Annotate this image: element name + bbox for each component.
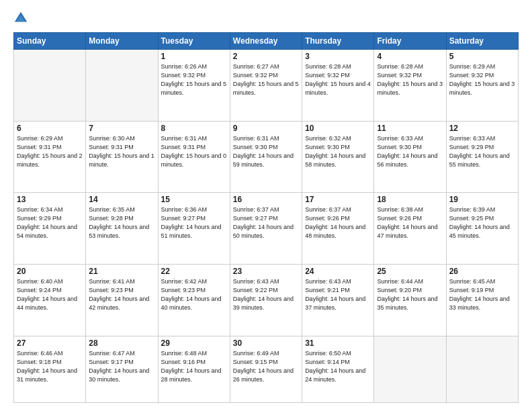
day-info: Sunrise: 6:40 AM Sunset: 9:24 PM Dayligh… xyxy=(17,277,83,312)
day-info: Sunrise: 6:26 AM Sunset: 9:32 PM Dayligh… xyxy=(161,62,227,97)
day-info: Sunrise: 6:43 AM Sunset: 9:22 PM Dayligh… xyxy=(233,277,299,312)
day-info: Sunrise: 6:31 AM Sunset: 9:30 PM Dayligh… xyxy=(233,134,299,169)
calendar-cell: 15Sunrise: 6:36 AM Sunset: 9:27 PM Dayli… xyxy=(158,193,230,265)
day-number: 6 xyxy=(17,124,83,133)
day-info: Sunrise: 6:34 AM Sunset: 9:29 PM Dayligh… xyxy=(17,205,83,240)
day-number: 2 xyxy=(233,52,299,61)
weekday-header-saturday: Saturday xyxy=(446,33,518,50)
day-info: Sunrise: 6:43 AM Sunset: 9:21 PM Dayligh… xyxy=(305,277,371,312)
day-info: Sunrise: 6:42 AM Sunset: 9:23 PM Dayligh… xyxy=(161,277,227,312)
calendar-cell: 7Sunrise: 6:30 AM Sunset: 9:31 PM Daylig… xyxy=(86,121,158,193)
calendar-cell: 5Sunrise: 6:29 AM Sunset: 9:32 PM Daylig… xyxy=(446,50,518,122)
day-info: Sunrise: 6:35 AM Sunset: 9:28 PM Dayligh… xyxy=(89,205,154,240)
day-info: Sunrise: 6:49 AM Sunset: 9:15 PM Dayligh… xyxy=(233,349,299,384)
calendar-cell: 13Sunrise: 6:34 AM Sunset: 9:29 PM Dayli… xyxy=(14,193,86,265)
calendar-cell: 29Sunrise: 6:48 AM Sunset: 9:16 PM Dayli… xyxy=(158,336,230,402)
day-number: 25 xyxy=(377,267,443,276)
day-info: Sunrise: 6:36 AM Sunset: 9:27 PM Dayligh… xyxy=(161,205,227,240)
day-number: 12 xyxy=(449,124,515,133)
day-info: Sunrise: 6:48 AM Sunset: 9:16 PM Dayligh… xyxy=(161,349,227,384)
calendar-cell xyxy=(86,50,158,122)
calendar-cell: 6Sunrise: 6:29 AM Sunset: 9:31 PM Daylig… xyxy=(14,121,86,193)
calendar-cell: 27Sunrise: 6:46 AM Sunset: 9:18 PM Dayli… xyxy=(14,336,86,402)
day-number: 5 xyxy=(449,52,515,61)
calendar-week-row: 1Sunrise: 6:26 AM Sunset: 9:32 PM Daylig… xyxy=(14,50,519,122)
day-number: 10 xyxy=(305,124,371,133)
day-info: Sunrise: 6:28 AM Sunset: 9:32 PM Dayligh… xyxy=(377,62,443,97)
day-info: Sunrise: 6:37 AM Sunset: 9:26 PM Dayligh… xyxy=(305,205,371,240)
day-info: Sunrise: 6:27 AM Sunset: 9:32 PM Dayligh… xyxy=(233,62,299,97)
calendar-cell: 30Sunrise: 6:49 AM Sunset: 9:15 PM Dayli… xyxy=(230,336,302,402)
calendar-cell xyxy=(446,336,518,402)
day-number: 3 xyxy=(305,52,371,61)
day-number: 15 xyxy=(161,195,227,204)
calendar-cell: 12Sunrise: 6:33 AM Sunset: 9:29 PM Dayli… xyxy=(446,121,518,193)
day-info: Sunrise: 6:31 AM Sunset: 9:31 PM Dayligh… xyxy=(161,134,227,169)
day-number: 20 xyxy=(17,267,83,276)
page: SundayMondayTuesdayWednesdayThursdayFrid… xyxy=(0,0,532,411)
calendar-cell: 31Sunrise: 6:50 AM Sunset: 9:14 PM Dayli… xyxy=(302,336,374,402)
calendar-cell xyxy=(374,336,446,402)
day-number: 14 xyxy=(89,195,154,204)
day-number: 24 xyxy=(305,267,371,276)
day-number: 4 xyxy=(377,52,443,61)
day-info: Sunrise: 6:33 AM Sunset: 9:30 PM Dayligh… xyxy=(377,134,443,169)
calendar-cell: 28Sunrise: 6:47 AM Sunset: 9:17 PM Dayli… xyxy=(86,336,158,402)
calendar-cell: 20Sunrise: 6:40 AM Sunset: 9:24 PM Dayli… xyxy=(14,264,86,336)
calendar-cell: 3Sunrise: 6:28 AM Sunset: 9:32 PM Daylig… xyxy=(302,50,374,122)
day-number: 31 xyxy=(305,338,371,348)
day-info: Sunrise: 6:39 AM Sunset: 9:25 PM Dayligh… xyxy=(449,205,515,240)
day-number: 13 xyxy=(17,195,83,204)
calendar-cell: 19Sunrise: 6:39 AM Sunset: 9:25 PM Dayli… xyxy=(446,193,518,265)
day-number: 18 xyxy=(377,195,443,204)
day-number: 28 xyxy=(89,338,154,348)
day-info: Sunrise: 6:45 AM Sunset: 9:19 PM Dayligh… xyxy=(449,277,515,312)
calendar-cell: 18Sunrise: 6:38 AM Sunset: 9:26 PM Dayli… xyxy=(374,193,446,265)
calendar-cell: 22Sunrise: 6:42 AM Sunset: 9:23 PM Dayli… xyxy=(158,264,230,336)
day-info: Sunrise: 6:37 AM Sunset: 9:27 PM Dayligh… xyxy=(233,205,299,240)
day-number: 7 xyxy=(89,124,154,133)
day-number: 19 xyxy=(449,195,515,204)
day-number: 22 xyxy=(161,267,227,276)
day-number: 11 xyxy=(377,124,443,133)
day-number: 1 xyxy=(161,52,227,61)
calendar-week-row: 13Sunrise: 6:34 AM Sunset: 9:29 PM Dayli… xyxy=(14,193,519,265)
day-info: Sunrise: 6:47 AM Sunset: 9:17 PM Dayligh… xyxy=(89,349,154,384)
day-info: Sunrise: 6:32 AM Sunset: 9:30 PM Dayligh… xyxy=(305,134,371,169)
calendar-cell: 23Sunrise: 6:43 AM Sunset: 9:22 PM Dayli… xyxy=(230,264,302,336)
day-info: Sunrise: 6:33 AM Sunset: 9:29 PM Dayligh… xyxy=(449,134,515,169)
header xyxy=(13,11,519,26)
calendar-cell: 4Sunrise: 6:28 AM Sunset: 9:32 PM Daylig… xyxy=(374,50,446,122)
calendar-cell: 16Sunrise: 6:37 AM Sunset: 9:27 PM Dayli… xyxy=(230,193,302,265)
weekday-header-friday: Friday xyxy=(374,33,446,50)
calendar-week-row: 6Sunrise: 6:29 AM Sunset: 9:31 PM Daylig… xyxy=(14,121,519,193)
calendar-week-row: 20Sunrise: 6:40 AM Sunset: 9:24 PM Dayli… xyxy=(14,264,519,336)
day-number: 30 xyxy=(233,338,299,348)
calendar-cell: 25Sunrise: 6:44 AM Sunset: 9:20 PM Dayli… xyxy=(374,264,446,336)
calendar-cell: 1Sunrise: 6:26 AM Sunset: 9:32 PM Daylig… xyxy=(158,50,230,122)
weekday-header-wednesday: Wednesday xyxy=(230,33,302,50)
day-info: Sunrise: 6:29 AM Sunset: 9:32 PM Dayligh… xyxy=(449,62,515,97)
logo-icon xyxy=(13,11,28,26)
calendar-cell: 10Sunrise: 6:32 AM Sunset: 9:30 PM Dayli… xyxy=(302,121,374,193)
calendar-cell: 24Sunrise: 6:43 AM Sunset: 9:21 PM Dayli… xyxy=(302,264,374,336)
day-info: Sunrise: 6:30 AM Sunset: 9:31 PM Dayligh… xyxy=(89,134,154,169)
calendar-cell: 11Sunrise: 6:33 AM Sunset: 9:30 PM Dayli… xyxy=(374,121,446,193)
calendar-cell xyxy=(14,50,86,122)
calendar-week-row: 27Sunrise: 6:46 AM Sunset: 9:18 PM Dayli… xyxy=(14,336,519,402)
day-number: 29 xyxy=(161,338,227,348)
logo xyxy=(13,11,31,26)
weekday-header-row: SundayMondayTuesdayWednesdayThursdayFrid… xyxy=(14,33,519,50)
calendar-cell: 26Sunrise: 6:45 AM Sunset: 9:19 PM Dayli… xyxy=(446,264,518,336)
day-info: Sunrise: 6:46 AM Sunset: 9:18 PM Dayligh… xyxy=(17,349,83,384)
day-number: 9 xyxy=(233,124,299,133)
calendar-cell: 17Sunrise: 6:37 AM Sunset: 9:26 PM Dayli… xyxy=(302,193,374,265)
calendar: SundayMondayTuesdayWednesdayThursdayFrid… xyxy=(13,32,519,403)
weekday-header-monday: Monday xyxy=(86,33,158,50)
day-info: Sunrise: 6:29 AM Sunset: 9:31 PM Dayligh… xyxy=(17,134,83,169)
calendar-cell: 8Sunrise: 6:31 AM Sunset: 9:31 PM Daylig… xyxy=(158,121,230,193)
day-info: Sunrise: 6:41 AM Sunset: 9:23 PM Dayligh… xyxy=(89,277,154,312)
day-number: 27 xyxy=(17,338,83,348)
weekday-header-sunday: Sunday xyxy=(14,33,86,50)
day-number: 17 xyxy=(305,195,371,204)
